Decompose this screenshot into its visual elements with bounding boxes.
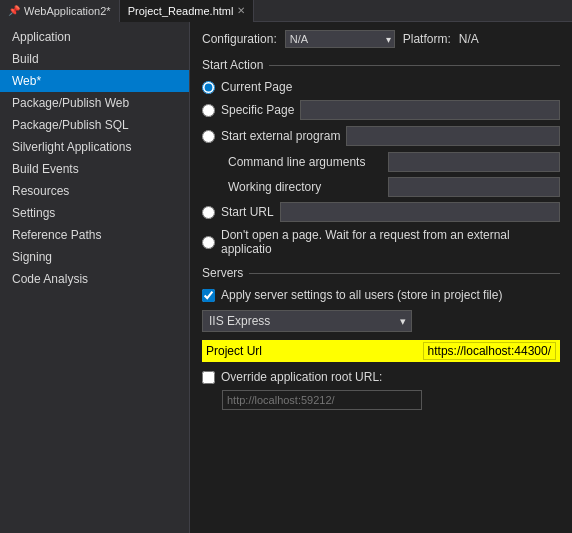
config-row: Configuration: N/A Platform: N/A	[202, 30, 560, 48]
sidebar: Application Build Web* Package/Publish W…	[0, 22, 190, 533]
start-action-header: Start Action	[202, 58, 560, 72]
main-container: Application Build Web* Package/Publish W…	[0, 22, 572, 533]
server-dropdown-wrapper: IIS Express Local IIS Custom	[202, 310, 412, 332]
dont-open-row: Don't open a page. Wait for a request fr…	[202, 228, 560, 256]
tab-readme-label: Project_Readme.html	[128, 5, 234, 17]
sidebar-item-silverlight[interactable]: Silverlight Applications	[0, 136, 189, 158]
sidebar-item-code-analysis[interactable]: Code Analysis	[0, 268, 189, 290]
sidebar-item-reference-paths[interactable]: Reference Paths	[0, 224, 189, 246]
tab-readme[interactable]: Project_Readme.html ✕	[120, 0, 255, 22]
content-panel: Configuration: N/A Platform: N/A Start A…	[190, 22, 572, 533]
servers-header: Servers	[202, 266, 560, 280]
title-bar: 📌 WebApplication2* Project_Readme.html ✕	[0, 0, 572, 22]
radio-row-external-program: Start external program	[202, 126, 560, 146]
server-dropdown-row: IIS Express Local IIS Custom	[202, 310, 560, 332]
pin-icon: 📌	[8, 5, 20, 16]
override-url-checkbox[interactable]	[202, 371, 215, 384]
radio-current-page[interactable]	[202, 81, 215, 94]
configuration-label: Configuration:	[202, 32, 277, 46]
platform-value: N/A	[459, 32, 479, 46]
radio-dont-open[interactable]	[202, 236, 215, 249]
radio-specific-page-label: Specific Page	[221, 103, 294, 117]
sidebar-item-build[interactable]: Build	[0, 48, 189, 70]
servers-title: Servers	[202, 266, 243, 280]
override-url-input[interactable]	[222, 390, 422, 410]
external-program-input[interactable]	[346, 126, 560, 146]
working-dir-row: Working directory	[202, 177, 560, 197]
radio-row-start-url: Start URL	[202, 202, 560, 222]
sidebar-item-package-publish-web[interactable]: Package/Publish Web	[0, 92, 189, 114]
radio-external-program-label: Start external program	[221, 129, 340, 143]
start-url-input[interactable]	[280, 202, 560, 222]
radio-row-current-page: Current Page	[202, 80, 560, 94]
tab-webapp[interactable]: 📌 WebApplication2*	[0, 0, 120, 22]
project-url-label: Project Url	[206, 344, 326, 358]
radio-specific-page[interactable]	[202, 104, 215, 117]
servers-divider	[249, 273, 560, 274]
sidebar-item-package-publish-sql[interactable]: Package/Publish SQL	[0, 114, 189, 136]
sidebar-item-application[interactable]: Application	[0, 26, 189, 48]
apply-server-row: Apply server settings to all users (stor…	[202, 288, 560, 302]
platform-label: Platform:	[403, 32, 451, 46]
working-dir-label: Working directory	[228, 180, 388, 194]
command-line-row: Command line arguments	[202, 152, 560, 172]
specific-page-input[interactable]	[300, 100, 560, 120]
override-url-label: Override application root URL:	[221, 370, 382, 384]
radio-current-page-label: Current Page	[221, 80, 292, 94]
command-line-label: Command line arguments	[228, 155, 388, 169]
override-input-row	[202, 390, 560, 410]
project-url-value: https://localhost:44300/	[423, 342, 556, 360]
apply-server-checkbox[interactable]	[202, 289, 215, 302]
working-dir-input[interactable]	[388, 177, 560, 197]
project-url-row: Project Url https://localhost:44300/	[202, 340, 560, 362]
configuration-select[interactable]: N/A	[285, 30, 395, 48]
radio-external-program[interactable]	[202, 130, 215, 143]
apply-server-label: Apply server settings to all users (stor…	[221, 288, 502, 302]
radio-row-specific-page: Specific Page	[202, 100, 560, 120]
sidebar-item-resources[interactable]: Resources	[0, 180, 189, 202]
tab-webapp-label: WebApplication2*	[24, 5, 111, 17]
section-divider	[269, 65, 560, 66]
sidebar-item-web[interactable]: Web*	[0, 70, 189, 92]
command-line-input[interactable]	[388, 152, 560, 172]
dont-open-label: Don't open a page. Wait for a request fr…	[221, 228, 560, 256]
override-row: Override application root URL:	[202, 370, 560, 384]
radio-start-url[interactable]	[202, 206, 215, 219]
radio-start-url-label: Start URL	[221, 205, 274, 219]
start-action-title: Start Action	[202, 58, 263, 72]
close-icon[interactable]: ✕	[237, 5, 245, 16]
configuration-select-wrapper: N/A	[285, 30, 395, 48]
sidebar-item-settings[interactable]: Settings	[0, 202, 189, 224]
server-dropdown[interactable]: IIS Express Local IIS Custom	[202, 310, 412, 332]
sidebar-item-build-events[interactable]: Build Events	[0, 158, 189, 180]
sidebar-item-signing[interactable]: Signing	[0, 246, 189, 268]
